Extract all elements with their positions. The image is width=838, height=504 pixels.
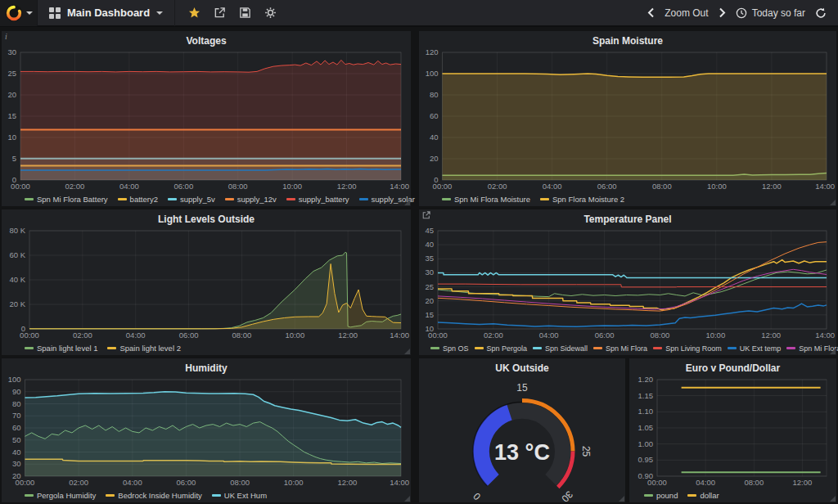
svg-text:04:00: 04:00 (123, 478, 142, 487)
svg-text:12:00: 12:00 (337, 478, 357, 487)
panel-uk-outside-gauge: UK Outside 015253013 °C (419, 358, 625, 502)
svg-text:90: 90 (12, 387, 21, 396)
resize-handle-icon[interactable] (404, 496, 410, 502)
legend-series-label: UK Ext temp (740, 344, 782, 353)
legend-item[interactable]: battery2 (118, 195, 158, 204)
legend-series-color (118, 198, 127, 200)
resize-handle-icon[interactable] (830, 349, 836, 354)
legend-item[interactable]: Spn Mi Flora Moisture (442, 195, 530, 204)
panel-euro-exchange: Euro v Pound/Dollar 0.900.951.001.051.10… (629, 358, 836, 502)
time-shift-forward-button[interactable] (719, 7, 726, 18)
svg-text:02:00: 02:00 (484, 331, 503, 340)
svg-text:04:00: 04:00 (539, 331, 559, 340)
legend-series-color (25, 347, 34, 349)
light-levels-chart[interactable]: 020 K40 K60 K80 K00:0002:0004:0006:0008:… (2, 226, 411, 341)
legend-item[interactable]: Spain light level 2 (107, 344, 180, 353)
legend-series-color (728, 347, 737, 349)
svg-text:70: 70 (12, 411, 21, 420)
legend-item[interactable]: supply_battery (286, 195, 349, 204)
svg-text:15: 15 (425, 310, 434, 319)
voltages-chart[interactable]: 05101520253000:0002:0004:0006:0008:0010:… (2, 47, 411, 192)
humidity-chart[interactable]: 203040506070809010000:0002:0004:0006:000… (2, 375, 411, 488)
info-icon[interactable]: i (5, 33, 7, 41)
legend-item[interactable]: Bedrock Inside Humidity (106, 491, 201, 500)
resize-handle-icon[interactable] (830, 200, 836, 205)
star-button[interactable] (188, 7, 200, 19)
legend-series-color (168, 198, 177, 200)
legend-item[interactable]: Spn Mi Flora (593, 344, 647, 353)
legend-series-color (786, 347, 795, 349)
svg-text:02:00: 02:00 (65, 182, 85, 191)
svg-text:20: 20 (7, 90, 16, 99)
spain-moisture-chart[interactable]: 02040608010012000:0002:0004:0006:0008:00… (419, 47, 836, 192)
legend-item[interactable]: supply_5v (168, 195, 215, 204)
svg-text:100: 100 (8, 375, 21, 384)
legend-item[interactable]: Spn OS (430, 344, 469, 353)
legend: Spn Mi Flora MoistureSpn Flora Moisture … (419, 192, 836, 206)
svg-text:25: 25 (7, 69, 16, 78)
resize-handle-icon[interactable] (404, 349, 410, 354)
resize-handle-icon[interactable] (830, 496, 836, 502)
legend-item[interactable]: pound (644, 491, 678, 500)
settings-button[interactable] (264, 7, 277, 19)
svg-text:45: 45 (425, 226, 434, 235)
resize-handle-icon[interactable] (404, 200, 410, 205)
panel-title[interactable]: Spain Moisture (419, 31, 836, 47)
svg-text:60: 60 (430, 111, 439, 120)
legend: Pergola HumidityBedrock Inside HumidityU… (2, 488, 411, 502)
panel-title[interactable]: UK Outside (419, 358, 625, 375)
svg-text:08:00: 08:00 (651, 331, 670, 340)
legend-series-label: Spn Sidewall (545, 344, 588, 353)
panel-title[interactable]: Humidity (2, 358, 411, 375)
svg-text:00:00: 00:00 (20, 331, 39, 340)
grafana-logo[interactable] (0, 0, 38, 26)
time-range-picker[interactable]: Today so far (736, 7, 805, 19)
time-shift-back-button[interactable] (647, 7, 655, 18)
temperature-chart[interactable]: 101520253035404500:0002:0004:0006:0008:0… (419, 226, 836, 341)
svg-text:12:00: 12:00 (338, 331, 358, 340)
legend-item[interactable]: UK Ext temp (728, 344, 782, 353)
legend-item[interactable]: Spn Pergola (475, 344, 528, 353)
legend-item[interactable]: Spn Living Room (653, 344, 722, 353)
panel-humidity: Humidity 203040506070809010000:0002:0004… (2, 358, 411, 502)
resize-handle-icon[interactable] (619, 496, 624, 502)
panel-title[interactable]: Temperature Panel (419, 209, 836, 226)
panel-spain-moisture: Spain Moisture 02040608010012000:0002:00… (419, 31, 836, 206)
legend-item[interactable]: UK Ext Hum (212, 491, 267, 500)
svg-text:08:00: 08:00 (652, 182, 672, 191)
svg-text:06:00: 06:00 (597, 182, 617, 191)
external-link-icon[interactable] (422, 211, 430, 221)
legend-series-color (653, 347, 662, 349)
legend-series-label: Spn Flora Moisture 2 (552, 195, 624, 204)
legend-series-color (212, 494, 221, 497)
svg-text:80 K: 80 K (9, 226, 25, 235)
euro-exchange-chart[interactable]: 0.900.951.001.051.101.151.2000:0004:0008… (629, 375, 836, 488)
legend-item[interactable]: Spain light level 1 (25, 344, 97, 353)
panel-title[interactable]: Voltages (2, 31, 411, 47)
save-button[interactable] (239, 7, 251, 19)
legend-item[interactable]: dollar (687, 491, 719, 500)
svg-text:30: 30 (559, 488, 575, 502)
svg-text:1.20: 1.20 (638, 375, 654, 384)
legend-item[interactable]: Spn Sidewall (533, 344, 588, 353)
dashboard-title: Main Dashboard (67, 7, 150, 19)
panel-title[interactable]: Euro v Pound/Dollar (629, 358, 836, 375)
svg-text:20: 20 (425, 296, 434, 305)
zoom-out-button[interactable]: Zoom Out (665, 7, 708, 19)
dashboard-picker[interactable]: Main Dashboard (38, 0, 175, 26)
uk-outside-gauge[interactable]: 015253013 °C (419, 375, 625, 502)
svg-text:00:00: 00:00 (11, 182, 30, 191)
svg-text:5: 5 (12, 154, 16, 163)
panel-title[interactable]: Light Levels Outside (2, 209, 411, 226)
legend-item[interactable]: supply_12v (225, 195, 277, 204)
legend-item[interactable]: Pergola Humidity (25, 491, 96, 500)
svg-text:04:00: 04:00 (119, 182, 139, 191)
legend-item[interactable]: Spn Mi Flora Battery (25, 195, 108, 204)
svg-text:06:00: 06:00 (179, 331, 199, 340)
share-button[interactable] (214, 7, 226, 19)
refresh-button[interactable] (815, 7, 827, 19)
legend-item[interactable]: Spn Flora Moisture 2 (540, 195, 624, 204)
apps-grid-icon (49, 7, 61, 19)
svg-text:30: 30 (425, 268, 434, 277)
top-navbar: Main Dashboard (0, 0, 838, 27)
